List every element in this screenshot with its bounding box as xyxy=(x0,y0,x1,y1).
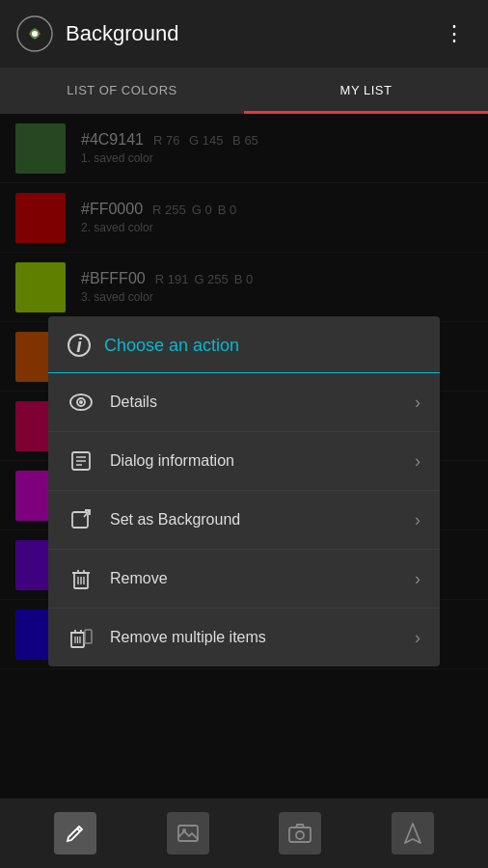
details-chevron: › xyxy=(415,393,420,413)
tab-bar: LIST OF COLORS MY LIST xyxy=(0,68,488,114)
remove-chevron: › xyxy=(415,569,420,589)
bottom-bar xyxy=(0,799,488,868)
svg-point-1 xyxy=(32,31,38,37)
image-action-button[interactable] xyxy=(167,812,209,854)
more-options-button[interactable]: ⋮ xyxy=(436,14,473,54)
dialog-item-details[interactable]: Details › xyxy=(48,373,440,432)
action-dialog: i Choose an action Details › xyxy=(48,316,440,666)
app-icon xyxy=(15,14,54,53)
color-list: #4C9141 R 76 G 145 B 65 1. saved color #… xyxy=(0,114,488,799)
set-bg-chevron: › xyxy=(415,510,420,530)
svg-line-21 xyxy=(77,828,80,831)
tab-list-of-colors[interactable]: LIST OF COLORS xyxy=(0,68,244,112)
set-background-icon xyxy=(68,506,95,533)
header-left: Background xyxy=(15,14,178,53)
details-label: Details xyxy=(110,393,399,411)
dialog-item-remove-multiple[interactable]: Remove multiple items › xyxy=(48,609,440,666)
trash-icon xyxy=(68,565,95,592)
remove-multiple-label: Remove multiple items xyxy=(110,629,399,646)
info-icon: i xyxy=(68,334,91,357)
navigate-action-button[interactable] xyxy=(392,812,434,854)
app-title: Background xyxy=(66,21,178,46)
svg-rect-20 xyxy=(85,630,92,643)
dialog-title: Choose an action xyxy=(104,336,239,356)
dialog-item-remove[interactable]: Remove › xyxy=(48,550,440,609)
tab-my-list[interactable]: MY LIST xyxy=(244,68,488,112)
dialog-info-label: Dialog information xyxy=(110,452,399,470)
svg-point-25 xyxy=(296,831,304,839)
pencil-action-button[interactable] xyxy=(54,812,96,854)
dialog-item-dialog-info[interactable]: Dialog information › xyxy=(48,432,440,491)
camera-action-button[interactable] xyxy=(279,812,321,854)
dialog-info-icon xyxy=(68,448,95,475)
dialog-info-chevron: › xyxy=(415,451,420,472)
dialog-header: i Choose an action xyxy=(48,316,440,373)
trash-multiple-icon xyxy=(68,624,95,651)
dialog-item-set-background[interactable]: Set as Background › xyxy=(48,491,440,550)
app-header: Background ⋮ xyxy=(0,0,488,68)
eye-icon xyxy=(68,389,95,416)
set-bg-label: Set as Background xyxy=(110,511,399,529)
svg-marker-26 xyxy=(405,824,420,843)
remove-multiple-chevron: › xyxy=(415,628,420,648)
svg-point-4 xyxy=(79,400,83,404)
remove-label: Remove xyxy=(110,570,399,587)
